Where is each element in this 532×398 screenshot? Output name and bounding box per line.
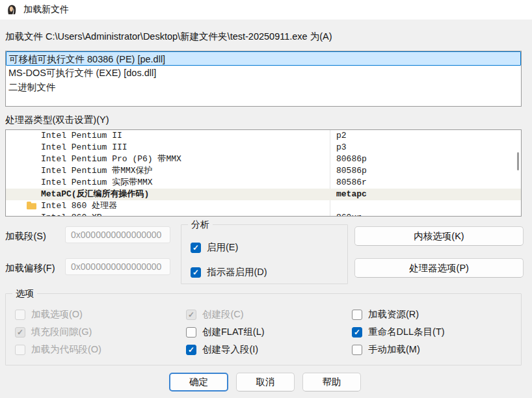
help-button[interactable]: 帮助 <box>302 373 361 391</box>
checkbox-checked-icon[interactable] <box>191 267 201 278</box>
checkbox-row[interactable]: 创建导入段(I) <box>186 344 265 355</box>
file-type-list[interactable]: 可移植可执行文件 80386 (PE) [pe.dll]MS-DOS可执行文件 … <box>5 51 522 107</box>
checkbox-unchecked-icon[interactable] <box>352 345 362 355</box>
cancel-button[interactable]: 取消 <box>236 373 295 391</box>
checkbox-checked-icon[interactable] <box>186 345 196 355</box>
load-offset-input[interactable] <box>65 258 170 275</box>
processor-row[interactable]: Intel Pentium Pro (P6) 带MMX80686p <box>6 153 521 165</box>
checkbox-label: 重命名DLL条目(T) <box>368 326 445 338</box>
processor-row[interactable]: Intel 860 处理器 <box>6 200 521 212</box>
kernel-options-button[interactable]: 内核选项(K) <box>354 226 524 246</box>
checkbox-unchecked-icon[interactable] <box>186 327 196 338</box>
load-segment-input[interactable] <box>65 226 170 243</box>
processor-id: 80586r <box>336 177 367 189</box>
processor-options-button[interactable]: 处理器选项(P) <box>354 258 524 278</box>
checkbox-checked-icon <box>186 310 196 320</box>
processor-id: 80686p <box>336 153 367 165</box>
checkbox-row: 加载选项(O) <box>15 309 101 320</box>
processor-list[interactable]: Intel Pentium IIp2Intel Pentium IIIp3Int… <box>5 129 522 217</box>
checkbox-label: 手动加载(M) <box>368 343 420 356</box>
load-offset-label: 加载偏移(F) <box>5 262 55 274</box>
load-file-label: 加载文件 C:\Users\Administrator\Desktop\新建文件… <box>5 31 332 43</box>
checkbox-label: 指示器启用(D) <box>207 266 267 278</box>
processor-id: metapc <box>336 189 367 200</box>
processor-name: Intel Pentium 实际带MMX <box>41 177 153 189</box>
processor-id: 80586p <box>336 165 367 177</box>
load-segment-label: 加载段(S) <box>5 230 46 243</box>
analysis-group: 分析 启用(E)指示器启用(D) <box>181 224 348 284</box>
checkbox-label: 加载资源(R) <box>368 308 419 321</box>
checkbox-label: 填充段间隙(G) <box>31 326 92 338</box>
processor-row[interactable]: Intel Pentium IIIp3 <box>6 142 521 153</box>
checkbox-label: 加载为代码段(O) <box>31 343 101 356</box>
processor-list-rows: Intel Pentium IIp2Intel Pentium IIIp3Int… <box>6 130 521 216</box>
checkbox-row: 加载为代码段(O) <box>15 344 101 355</box>
processor-name: Intel 860 XR <box>41 212 102 217</box>
file-type-option[interactable]: MS-DOS可执行文件 (EXE) [dos.dll] <box>6 66 521 80</box>
file-type-option[interactable]: 可移植可执行文件 80386 (PE) [pe.dll] <box>6 51 521 66</box>
vertical-scrollbar[interactable] <box>517 152 519 170</box>
processor-name: Intel Pentium 带MMX保护 <box>41 165 153 177</box>
processor-row[interactable]: MetaPC(反汇编所有操作码)metapc <box>6 189 521 200</box>
processor-type-label: 处理器类型(双击设置)(Y) <box>5 114 109 126</box>
checkbox-row[interactable]: 创建FLAT组(L) <box>186 326 265 338</box>
checkbox-row[interactable]: 指示器启用(D) <box>191 267 267 278</box>
processor-id: p2 <box>336 130 347 142</box>
checkbox-checked-icon <box>15 327 25 338</box>
checkbox-row[interactable]: 重命名DLL条目(T) <box>352 326 445 338</box>
options-column-1: 加载选项(O)填充段间隙(G)加载为代码段(O) <box>15 309 101 355</box>
options-column-2: 创建段(C)创建FLAT组(L)创建导入段(I) <box>186 309 265 355</box>
processor-name: Intel Pentium II <box>41 130 122 142</box>
checkbox-row[interactable]: 加载资源(R) <box>352 309 445 320</box>
processor-id: 860xr <box>336 212 362 217</box>
analysis-checkboxes: 启用(E)指示器启用(D) <box>191 242 267 278</box>
file-type-option[interactable]: 二进制文件 <box>6 80 521 94</box>
title-bar: 加载新文件 <box>0 0 532 20</box>
options-group: 选项 加载选项(O)填充段间隙(G)加载为代码段(O) 创建段(C)创建FLAT… <box>5 293 522 365</box>
processor-name: MetaPC(反汇编所有操作码) <box>41 189 149 200</box>
checkbox-label: 创建导入段(I) <box>202 343 258 356</box>
analysis-group-title: 分析 <box>188 219 213 231</box>
checkbox-unchecked-icon[interactable] <box>352 310 362 320</box>
ok-button[interactable]: 确定 <box>169 373 228 391</box>
folder-icon <box>27 203 36 209</box>
checkbox-unchecked-icon <box>15 345 25 355</box>
options-group-title: 选项 <box>12 288 37 300</box>
checkbox-label: 创建FLAT组(L) <box>202 326 265 338</box>
processor-row[interactable]: Intel Pentium 实际带MMX80586r <box>6 177 521 189</box>
checkbox-label: 加载选项(O) <box>31 308 83 321</box>
ida-logo-icon <box>6 4 18 16</box>
checkbox-checked-icon[interactable] <box>352 327 362 338</box>
checkbox-label: 启用(E) <box>207 241 238 254</box>
processor-row[interactable]: Intel Pentium 带MMX保护80586p <box>6 165 521 177</box>
processor-row[interactable]: Intel 860 XR860xr <box>6 212 521 217</box>
processor-name: Intel Pentium Pro (P6) 带MMX <box>41 153 181 165</box>
checkbox-row: 填充段间隙(G) <box>15 326 101 338</box>
processor-name: Intel 860 处理器 <box>41 200 117 212</box>
processor-id: p3 <box>336 142 347 153</box>
processor-name: Intel Pentium III <box>41 142 127 153</box>
processor-row[interactable]: Intel Pentium IIp2 <box>6 130 521 142</box>
checkbox-unchecked-icon <box>15 310 25 320</box>
window-title: 加载新文件 <box>23 4 69 16</box>
options-column-3: 加载资源(R)重命名DLL条目(T)手动加载(M) <box>352 309 445 355</box>
checkbox-label: 创建段(C) <box>202 308 244 321</box>
checkbox-row: 创建段(C) <box>186 309 265 320</box>
checkbox-row[interactable]: 手动加载(M) <box>352 344 445 355</box>
checkbox-checked-icon[interactable] <box>191 243 201 253</box>
checkbox-row[interactable]: 启用(E) <box>191 242 267 253</box>
